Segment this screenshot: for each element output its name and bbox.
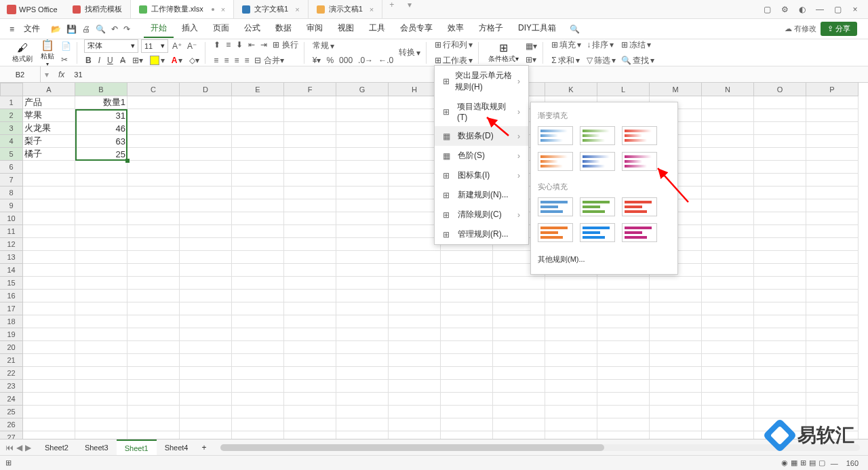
cell[interactable]	[23, 367, 75, 380]
cell[interactable]	[389, 174, 441, 187]
cell[interactable]	[597, 354, 650, 367]
col-header[interactable]: N	[702, 83, 754, 96]
share-button[interactable]: ⇪ 分享	[821, 22, 857, 36]
cell[interactable]	[180, 212, 232, 225]
cell[interactable]	[806, 367, 859, 380]
cell[interactable]	[754, 380, 806, 393]
row-header[interactable]: 18	[0, 315, 23, 328]
cell[interactable]	[284, 418, 336, 431]
cell[interactable]	[75, 264, 127, 277]
databar-purple-gradient[interactable]	[622, 152, 657, 171]
cell[interactable]	[23, 328, 75, 341]
cell[interactable]	[127, 122, 180, 135]
cell[interactable]	[127, 174, 180, 187]
cell[interactable]	[702, 225, 754, 238]
fill-color-button[interactable]: ▾	[149, 54, 166, 66]
table-style-icon[interactable]: ⊞▾	[524, 54, 538, 66]
cell[interactable]	[127, 109, 180, 122]
cell[interactable]	[597, 393, 650, 406]
close-icon[interactable]: ×	[370, 5, 374, 14]
row-header[interactable]: 16	[0, 290, 23, 302]
cell[interactable]	[389, 225, 441, 238]
fill-handle[interactable]	[125, 159, 130, 163]
cell[interactable]	[232, 199, 284, 212]
cell[interactable]: 梨子	[23, 135, 75, 148]
cell[interactable]	[441, 315, 493, 328]
cell[interactable]	[389, 406, 441, 418]
databar-blue-gradient[interactable]	[538, 126, 573, 145]
cell[interactable]	[702, 393, 754, 406]
cell[interactable]	[180, 367, 232, 380]
cell[interactable]	[336, 238, 389, 251]
cell[interactable]	[806, 187, 859, 199]
sheet-tab[interactable]: Sheet3	[77, 439, 117, 455]
cell[interactable]	[441, 418, 493, 431]
col-header[interactable]: H	[389, 83, 441, 96]
menu-tab-数据[interactable]: 数据	[269, 20, 298, 38]
cell[interactable]	[545, 315, 597, 328]
tab-menu-button[interactable]: ▾	[401, 0, 418, 18]
cell[interactable]	[180, 328, 232, 341]
row-header[interactable]: 17	[0, 302, 23, 315]
align-center-icon[interactable]: ≡	[222, 54, 230, 68]
freeze-button[interactable]: ⊞ 冻结▾	[620, 38, 656, 52]
cell[interactable]	[389, 315, 441, 328]
cell[interactable]	[336, 135, 389, 148]
cell[interactable]	[650, 418, 702, 431]
cell[interactable]	[702, 212, 754, 225]
cell[interactable]	[23, 264, 75, 277]
cell[interactable]	[545, 380, 597, 393]
cell[interactable]: 苹果	[23, 109, 75, 122]
cell[interactable]	[702, 148, 754, 161]
cell[interactable]	[702, 238, 754, 251]
menu-color-scales[interactable]: ▦色阶(S)›	[435, 146, 528, 165]
col-header[interactable]: K	[545, 83, 597, 96]
cell[interactable]	[441, 406, 493, 418]
cell[interactable]	[336, 225, 389, 238]
cell[interactable]	[180, 238, 232, 251]
cell[interactable]	[441, 380, 493, 393]
databar-green-gradient[interactable]	[580, 126, 615, 145]
cell[interactable]	[232, 315, 284, 328]
cell[interactable]	[232, 328, 284, 341]
menu-tab-方格子[interactable]: 方格子	[472, 20, 510, 38]
cell[interactable]	[545, 367, 597, 380]
cell[interactable]	[545, 406, 597, 418]
cell[interactable]	[284, 225, 336, 238]
cell[interactable]	[702, 96, 754, 109]
cell[interactable]	[127, 277, 180, 290]
menu-tab-工具[interactable]: 工具	[362, 20, 392, 38]
cell[interactable]	[806, 135, 859, 148]
cell[interactable]	[336, 341, 389, 354]
cell[interactable]	[336, 109, 389, 122]
cell[interactable]	[232, 148, 284, 161]
print-icon[interactable]: 🖨	[82, 24, 90, 34]
settings-icon[interactable]: ⚙	[778, 3, 791, 16]
changes-button[interactable]: ☁ 有修改	[785, 24, 816, 34]
cell[interactable]	[232, 380, 284, 393]
add-sheet-button[interactable]: +	[197, 443, 212, 452]
col-header[interactable]: L	[597, 83, 650, 96]
cell[interactable]	[284, 406, 336, 418]
cell[interactable]	[180, 406, 232, 418]
cell[interactable]	[754, 238, 806, 251]
cell[interactable]	[650, 406, 702, 418]
shrink-font-icon[interactable]: A⁻	[186, 39, 198, 53]
cell[interactable]	[650, 341, 702, 354]
row-header[interactable]: 9	[0, 199, 23, 212]
cell[interactable]	[389, 393, 441, 406]
cell[interactable]	[754, 354, 806, 367]
fill-button[interactable]: ⊞ 填充▾	[550, 38, 583, 52]
cell[interactable]	[75, 225, 127, 238]
cell[interactable]	[702, 302, 754, 315]
merge-button[interactable]: ⊟ 合并▾	[253, 54, 285, 68]
row-header[interactable]: 7	[0, 174, 23, 187]
col-header[interactable]: C	[127, 83, 180, 96]
cell[interactable]	[702, 406, 754, 418]
cell[interactable]	[493, 315, 545, 328]
cell[interactable]	[336, 328, 389, 341]
cell[interactable]	[127, 96, 180, 109]
save-icon[interactable]: 💾	[66, 24, 77, 34]
open-icon[interactable]: 📂	[51, 24, 61, 34]
namebox-dropdown-icon[interactable]: ▾	[41, 70, 53, 79]
